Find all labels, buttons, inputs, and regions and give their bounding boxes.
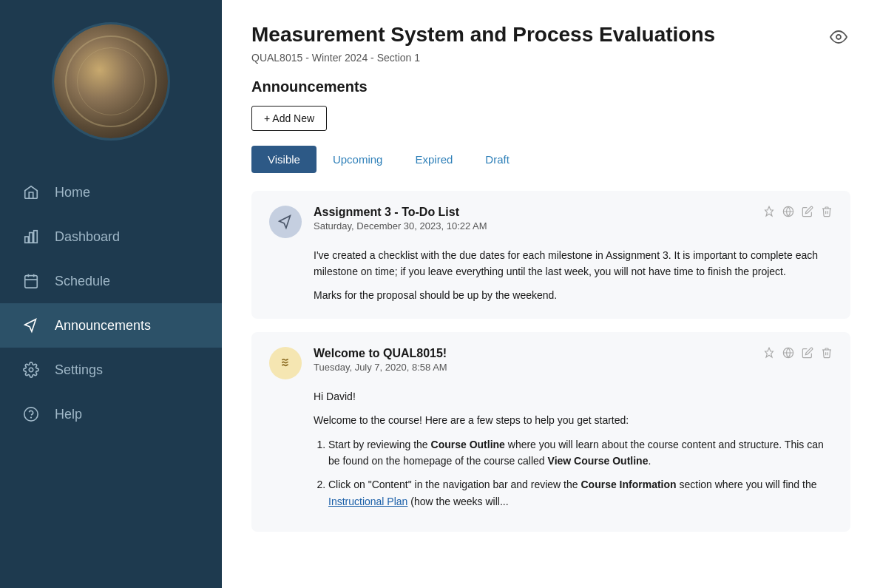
announcement-card-2: Welcome to QUAL8015! Tuesday, July 7, 20… — [251, 332, 850, 532]
sidebar-item-schedule[interactable]: Schedule — [0, 259, 222, 303]
add-new-button[interactable]: + Add New — [251, 106, 327, 131]
section-title: Announcements — [251, 78, 850, 95]
svg-rect-0 — [25, 237, 29, 243]
announcement-left: Assignment 3 - To-Do List Saturday, Dece… — [269, 206, 487, 238]
announcement-body-2: Hi David! Welcome to the course! Here ar… — [269, 388, 833, 510]
svg-rect-3 — [25, 276, 38, 288]
globe-icon[interactable] — [782, 206, 794, 217]
sidebar-item-home[interactable]: Home — [0, 170, 222, 214]
main-content: Measurement System and Process Evaluatio… — [222, 0, 880, 588]
announcement-tabs: Visible Upcoming Expired Draft — [251, 146, 850, 173]
sidebar: Home Dashboard Schedule — [0, 0, 222, 588]
settings-icon — [22, 361, 40, 379]
instructional-plan-link[interactable]: Instructional Plan — [328, 496, 407, 507]
edit-icon-2[interactable] — [802, 347, 813, 359]
sidebar-item-settings-label: Settings — [55, 362, 103, 378]
announcement-date-2: Tuesday, July 7, 2020, 8:58 AM — [314, 362, 447, 373]
list-item-2: Click on "Content" in the navigation bar… — [328, 476, 833, 510]
svg-point-4 — [29, 368, 33, 372]
announcement-header: Assignment 3 - To-Do List Saturday, Dece… — [269, 206, 833, 238]
pin-icon-2[interactable] — [763, 347, 775, 359]
avatar-image — [54, 24, 168, 138]
page-header: Measurement System and Process Evaluatio… — [251, 22, 850, 64]
announcement-list: Start by reviewing the Course Outline wh… — [314, 436, 833, 510]
announcement-title-block-2: Welcome to QUAL8015! Tuesday, July 7, 20… — [314, 347, 447, 373]
svg-point-7 — [836, 35, 841, 39]
tab-draft[interactable]: Draft — [469, 146, 526, 173]
sidebar-item-schedule-label: Schedule — [55, 274, 110, 289]
announcement-body-para-2: Marks for the proposal should be up by t… — [314, 287, 833, 303]
announcements-section: Announcements + Add New Visible Upcoming… — [251, 78, 850, 546]
announcement-header-2: Welcome to QUAL8015! Tuesday, July 7, 20… — [269, 347, 833, 379]
edit-icon[interactable] — [802, 206, 813, 217]
announcement-title-2: Welcome to QUAL8015! — [314, 347, 447, 360]
sidebar-item-dashboard-label: Dashboard — [55, 229, 120, 245]
list-item-1: Start by reviewing the Course Outline wh… — [328, 436, 833, 470]
pin-icon[interactable] — [763, 206, 775, 217]
delete-icon[interactable] — [821, 206, 833, 217]
announcement-card: Assignment 3 - To-Do List Saturday, Dece… — [251, 191, 850, 319]
announcement-avatar — [269, 206, 302, 238]
announcement-body: I've created a checklist with the due da… — [269, 247, 833, 304]
sidebar-item-help[interactable]: Help — [0, 392, 222, 436]
page-title: Measurement System and Process Evaluatio… — [251, 22, 715, 47]
svg-point-5 — [24, 408, 38, 421]
home-icon — [22, 183, 40, 201]
announcements-icon — [22, 317, 40, 334]
sidebar-item-home-label: Home — [55, 185, 90, 200]
sidebar-item-dashboard[interactable]: Dashboard — [0, 214, 222, 259]
eye-icon-button[interactable] — [827, 25, 850, 49]
tab-visible[interactable]: Visible — [251, 146, 317, 173]
announcement-date: Saturday, December 30, 2023, 10:22 AM — [314, 220, 487, 232]
svg-rect-1 — [30, 233, 33, 243]
announcement-title-block: Assignment 3 - To-Do List Saturday, Dece… — [314, 206, 487, 232]
megaphone-icon — [277, 214, 294, 230]
announcement-avatar-2 — [269, 347, 302, 379]
wave-icon — [277, 355, 294, 371]
globe-icon-2[interactable] — [782, 347, 794, 359]
schedule-icon — [22, 272, 40, 290]
page-subtitle: QUAL8015 - Winter 2024 - Section 1 — [251, 52, 715, 64]
sidebar-item-help-label: Help — [55, 407, 82, 422]
page-title-block: Measurement System and Process Evaluatio… — [251, 22, 715, 64]
announcement-actions — [763, 206, 833, 217]
announcement-left-2: Welcome to QUAL8015! Tuesday, July 7, 20… — [269, 347, 447, 379]
delete-icon-2[interactable] — [821, 347, 833, 359]
sidebar-navigation: Home Dashboard Schedule — [0, 163, 222, 444]
svg-rect-2 — [34, 231, 38, 243]
sidebar-item-announcements-label: Announcements — [55, 318, 151, 334]
announcement-intro: Hi David! — [314, 388, 833, 405]
sidebar-avatar — [52, 22, 170, 141]
eye-icon — [830, 28, 847, 46]
announcement-actions-2 — [763, 347, 833, 359]
announcement-title: Assignment 3 - To-Do List — [314, 206, 487, 219]
announcement-body-para-1: I've created a checklist with the due da… — [314, 247, 833, 280]
tab-expired[interactable]: Expired — [399, 146, 469, 173]
tab-upcoming[interactable]: Upcoming — [317, 146, 399, 173]
help-icon — [22, 405, 40, 423]
sidebar-item-announcements[interactable]: Announcements — [0, 303, 222, 348]
sidebar-item-settings[interactable]: Settings — [0, 348, 222, 392]
announcement-intro-2: Welcome to the course! Here are a few st… — [314, 412, 833, 428]
dashboard-icon — [22, 228, 40, 246]
